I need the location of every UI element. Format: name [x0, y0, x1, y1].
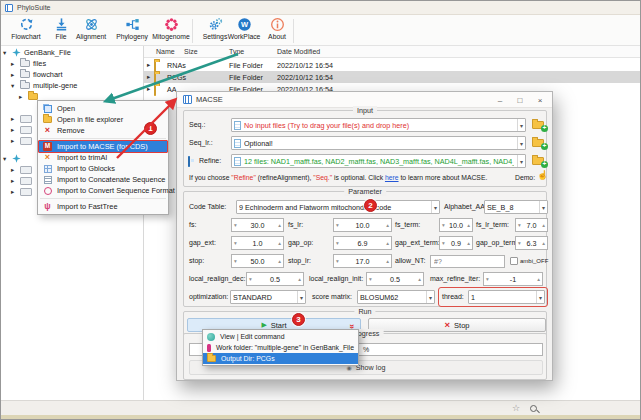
chevron-down-icon[interactable]: ▾: [297, 291, 303, 303]
tree-item-hidden[interactable]: ▸: [11, 164, 32, 175]
allow-nt-input[interactable]: [430, 255, 505, 268]
expand-arrow-icon[interactable]: ▸: [11, 126, 17, 134]
tree-item-hidden[interactable]: ▸: [11, 186, 32, 197]
search-magnifier-icon[interactable]: [530, 405, 537, 412]
column-header-size[interactable]: Size: [184, 48, 198, 55]
here-link[interactable]: here: [385, 174, 399, 181]
seq-combobox[interactable]: No input files (Try to drag your file(s)…: [231, 118, 526, 132]
toolbar-button-about[interactable]: About: [257, 17, 297, 40]
spin-down-icon[interactable]: ▾: [440, 222, 447, 228]
expand-arrow-icon[interactable]: ▸: [11, 71, 17, 79]
maximize-button[interactable]: □: [510, 92, 530, 108]
spin-up-icon[interactable]: ▴: [540, 240, 547, 246]
close-button[interactable]: ×: [530, 92, 550, 108]
menu-item-work-folder[interactable]: Work folder: "multiple-gene" in GenBank_…: [203, 342, 358, 353]
local-realign-dec-spinner[interactable]: ▾0.5▴: [246, 272, 304, 286]
spin-down-icon[interactable]: ▾: [334, 222, 341, 228]
column-header-name[interactable]: Name: [156, 48, 175, 55]
stop-lr-spinner[interactable]: ▾17.0▴: [333, 254, 392, 268]
column-header-type[interactable]: Type: [229, 48, 244, 55]
expand-arrow-icon[interactable]: ▸: [147, 73, 153, 81]
favorite-star-icon[interactable]: ☆: [512, 403, 520, 413]
score-matrix-combobox[interactable]: BLOSUM62 ▾: [357, 290, 435, 304]
tree-item-hidden[interactable]: ▸: [11, 175, 32, 186]
spin-down-icon[interactable]: ▾: [334, 240, 341, 246]
file-row-rnas[interactable]: ▸ RNAs File Folder 2022/10/12 16:54: [144, 59, 641, 71]
tree-item-child-folder[interactable]: ▸: [19, 91, 38, 102]
chevron-down-icon[interactable]: ▾: [517, 137, 523, 149]
title-bar[interactable]: PhyloSuite: [1, 1, 640, 15]
gap-ext-spinner[interactable]: ▾1.0▴: [231, 236, 284, 250]
spin-up-icon[interactable]: ▴: [416, 276, 423, 282]
expand-arrow-icon[interactable]: ▾: [3, 49, 9, 57]
spin-down-icon[interactable]: ▾: [516, 222, 523, 228]
spin-up-icon[interactable]: ▴: [276, 222, 283, 228]
spin-up-icon[interactable]: ▴: [296, 276, 303, 282]
fs-lr-term-spinner[interactable]: ▾7.0▴: [515, 218, 548, 232]
spin-down-icon[interactable]: ▾: [516, 240, 523, 246]
seq-browse-button[interactable]: +: [532, 119, 546, 130]
expand-arrow-icon[interactable]: ▸: [11, 60, 17, 68]
menu-item-output-dir[interactable]: Output Dir: PCGs: [203, 353, 358, 364]
toolbar-button-mitogenome[interactable]: Mitogenome: [151, 17, 191, 40]
expand-arrow-icon[interactable]: ▸: [19, 93, 25, 101]
expand-arrow-icon[interactable]: ▸: [11, 137, 17, 145]
spin-up-icon[interactable]: ▴: [384, 240, 391, 246]
spin-down-icon[interactable]: ▾: [484, 276, 491, 282]
refine-checkbox[interactable]: [188, 156, 190, 167]
menu-item-import-to-concatenate[interactable]: Import to Concatenate Sequence: [38, 174, 168, 185]
expand-arrow-icon[interactable]: ▸: [147, 61, 153, 69]
chevron-down-icon[interactable]: ▾: [517, 155, 523, 167]
max-refine-iter-spinner[interactable]: ▾-1▴: [483, 272, 543, 286]
tree-item-hidden[interactable]: ▸: [11, 135, 32, 146]
chevron-down-icon[interactable]: ▾: [517, 119, 523, 131]
gap-ext-term-spinner[interactable]: ▾0.9▴: [439, 236, 473, 250]
gap-op-term-spinner[interactable]: ▾6.3▴: [515, 236, 548, 250]
menu-item-import-to-fasttree[interactable]: ψ Import to FastTree: [38, 201, 168, 212]
tree-item-hidden[interactable]: ▸: [11, 113, 32, 124]
spin-up-icon[interactable]: ▴: [384, 258, 391, 264]
code-table-combobox[interactable]: 9 Echinoderm and Flatworm mitochondrial …: [236, 200, 440, 214]
spin-down-icon[interactable]: ▾: [232, 258, 239, 264]
expand-arrow-icon[interactable]: ▾: [11, 82, 17, 90]
expand-arrow-icon[interactable]: ▸: [11, 166, 17, 174]
expand-arrow-icon[interactable]: ▾: [3, 155, 9, 163]
chevron-down-icon[interactable]: ▾: [431, 201, 437, 213]
expand-arrow-icon[interactable]: ▸: [11, 177, 17, 185]
expand-arrow-icon[interactable]: ▸: [11, 115, 17, 123]
spin-up-icon[interactable]: ▴: [540, 222, 547, 228]
fs-term-spinner[interactable]: ▾10.0▴: [439, 218, 473, 232]
menu-item-open[interactable]: Open: [38, 103, 168, 114]
fs-lr-spinner[interactable]: ▾10.0▴: [333, 218, 392, 232]
tree-item-multiple-gene[interactable]: ▾ multiple-gene: [11, 80, 77, 91]
spin-up-icon[interactable]: ▴: [276, 258, 283, 264]
spin-up-icon[interactable]: ▴: [465, 222, 472, 228]
alphabet-aa-combobox[interactable]: SE_B_8 ▾: [484, 200, 548, 214]
menu-item-import-to-gblocks[interactable]: Import to Gblocks: [38, 163, 168, 174]
fs-spinner[interactable]: ▾30.0▴: [231, 218, 284, 232]
demo-hand-icon[interactable]: ☝: [537, 170, 548, 180]
file-row-pcgs-selected[interactable]: ▸ PCGs File Folder 2022/10/12 16:54: [144, 71, 641, 83]
spin-up-icon[interactable]: ▴: [276, 240, 283, 246]
optimization-combobox[interactable]: STANDARD ▾: [230, 290, 306, 304]
spin-down-icon[interactable]: ▾: [232, 222, 239, 228]
chevron-down-icon[interactable]: ▾: [426, 291, 432, 303]
stop-spinner[interactable]: ▾50.0▴: [231, 254, 284, 268]
seq-lr-combobox[interactable]: Optional! ▾: [231, 136, 526, 150]
spin-up-icon[interactable]: ▴: [465, 240, 472, 246]
ambi-off-checkbox[interactable]: [510, 257, 518, 265]
tree-item-second-root[interactable]: ▾: [3, 153, 21, 164]
column-header-date[interactable]: Date Modified: [277, 48, 320, 55]
local-realign-init-spinner[interactable]: ▾0.5▴: [366, 272, 424, 286]
tree-item-hidden[interactable]: ▸: [11, 124, 32, 135]
refine-browse-button[interactable]: +: [532, 155, 546, 166]
toolbar-button-alignment[interactable]: Alignment: [71, 17, 111, 40]
tree-item-flowchart[interactable]: ▸ flowchart: [11, 69, 63, 80]
chevron-down-icon[interactable]: ▾: [539, 201, 545, 213]
spin-up-icon[interactable]: ▴: [535, 276, 542, 282]
tree-item-genbank-file[interactable]: ▾ GenBank_File: [3, 47, 71, 58]
spin-down-icon[interactable]: ▾: [247, 276, 254, 282]
menu-item-view-edit-command[interactable]: View | Edit command: [203, 331, 358, 342]
toolbar-button-flowchart[interactable]: Flowchart: [6, 17, 46, 40]
spin-down-icon[interactable]: ▾: [440, 240, 447, 246]
